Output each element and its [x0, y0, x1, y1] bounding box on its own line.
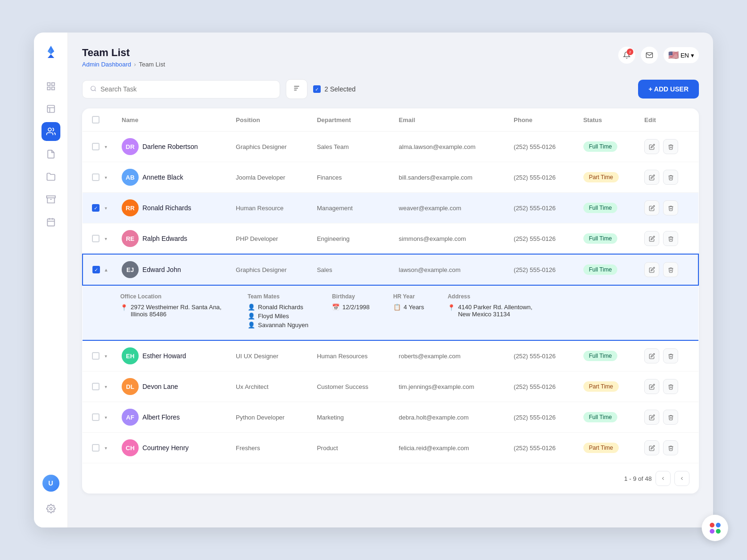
delete-button[interactable]: [663, 200, 678, 215]
table-row: ▾ DR Darlene Robertson Graphics Designer…: [83, 132, 698, 162]
settings-icon[interactable]: [42, 499, 60, 518]
user-phone: (252) 555-0126: [508, 132, 577, 162]
edit-button[interactable]: [644, 231, 659, 246]
sidebar-item-dashboard[interactable]: [42, 77, 60, 96]
edit-button[interactable]: [644, 200, 659, 215]
sidebar-item-layout[interactable]: [42, 99, 60, 118]
delete-button[interactable]: [663, 440, 678, 455]
edit-button[interactable]: [644, 440, 659, 455]
pagination-prev[interactable]: [674, 471, 689, 486]
edit-button[interactable]: [644, 170, 659, 185]
sidebar-item-documents[interactable]: [42, 145, 60, 164]
user-phone: (252) 555-0126: [508, 193, 577, 223]
row-checkbox[interactable]: ✓: [92, 266, 100, 273]
table-row: ✓ ▲ EJ Edward John Graphics Designer Sal…: [83, 254, 698, 285]
edit-button[interactable]: [644, 379, 659, 394]
edit-button[interactable]: [644, 139, 659, 154]
user-email: debra.holt@example.com: [393, 402, 508, 433]
add-user-button[interactable]: + ADD USER: [638, 80, 699, 99]
user-email: felicia.reid@example.com: [393, 433, 508, 463]
expand-button[interactable]: ▾: [101, 382, 110, 391]
user-name: Devon Lane: [142, 383, 178, 390]
edit-button[interactable]: [644, 348, 659, 363]
edit-button[interactable]: [644, 262, 659, 277]
user-name: Edward John: [142, 266, 181, 273]
user-email: lawson@example.com: [393, 254, 508, 285]
sidebar-item-calendar[interactable]: [42, 213, 60, 231]
users-table: Name Position Department Email Phone Sta…: [82, 108, 699, 494]
table-row: ▾ AF Albert Flores Python Developer Mark…: [83, 402, 698, 433]
col-header-email: Email: [393, 108, 508, 132]
sidebar-item-archive[interactable]: [42, 190, 60, 209]
search-icon: [90, 85, 97, 93]
expand-button[interactable]: ▾: [101, 352, 110, 360]
edit-button[interactable]: [644, 410, 659, 425]
user-phone: (252) 555-0126: [508, 254, 577, 285]
user-department: Sales: [311, 254, 393, 285]
expand-button[interactable]: ▾: [101, 173, 110, 181]
row-checkbox[interactable]: [92, 143, 100, 150]
row-checkbox[interactable]: [92, 413, 100, 421]
user-avatar: CH: [122, 439, 139, 456]
delete-button[interactable]: [663, 170, 678, 185]
user-phone: (252) 555-0126: [508, 162, 577, 193]
svg-rect-2: [47, 87, 50, 90]
sidebar-item-users[interactable]: [42, 122, 60, 141]
sidebar-item-folders[interactable]: [42, 167, 60, 186]
delete-button[interactable]: [663, 139, 678, 154]
delete-button[interactable]: [663, 231, 678, 246]
expand-button[interactable]: ▾: [101, 413, 110, 421]
pagination-prev-prev[interactable]: [656, 471, 671, 486]
status-badge: Full Time: [583, 351, 618, 361]
detail-address: Address 📍 4140 Parker Rd. Allentown, New…: [448, 293, 542, 330]
delete-button[interactable]: [663, 410, 678, 425]
search-input[interactable]: [100, 85, 272, 93]
chevron-down-icon: ▾: [691, 52, 694, 59]
language-selector[interactable]: 🇺🇸 EN ▾: [664, 47, 699, 63]
status-badge: Full Time: [583, 141, 618, 152]
svg-rect-1: [51, 83, 54, 86]
table-row: ✓ ▾ RR Ronald Richards Human Resource Ma…: [83, 193, 698, 223]
filter-button[interactable]: [286, 79, 307, 99]
teammate-name: Floyd Miles: [258, 313, 289, 320]
svg-rect-6: [46, 196, 55, 198]
sidebar-user-avatar[interactable]: U: [42, 475, 59, 492]
row-checkbox[interactable]: ✓: [92, 204, 100, 212]
user-name: Annette Black: [142, 173, 183, 181]
user-department: Sales Team: [311, 132, 393, 162]
row-checkbox[interactable]: [92, 383, 100, 390]
row-checkbox[interactable]: [92, 235, 100, 242]
floating-widget[interactable]: [702, 515, 728, 541]
expand-button[interactable]: ▾: [101, 204, 110, 212]
user-name: Darlene Robertson: [142, 143, 198, 150]
user-department: Marketing: [311, 402, 393, 433]
user-email: bill.sanders@example.com: [393, 162, 508, 193]
user-phone: (252) 555-0126: [508, 433, 577, 463]
user-position: Graphics Designer: [230, 254, 311, 285]
delete-button[interactable]: [663, 262, 678, 277]
detail-office-location: Office Location 📍 2972 Westheimer Rd. Sa…: [120, 293, 224, 330]
user-avatar: RE: [122, 230, 139, 247]
svg-line-14: [95, 90, 96, 91]
breadcrumb-parent[interactable]: Admin Dashboard: [82, 61, 131, 68]
row-checkbox[interactable]: [92, 352, 100, 360]
expand-button[interactable]: ▾: [101, 142, 110, 151]
notification-button[interactable]: 2: [618, 47, 635, 64]
delete-button[interactable]: [663, 379, 678, 394]
row-checkbox[interactable]: [92, 444, 100, 452]
user-department: Human Resources: [311, 340, 393, 371]
user-email: alma.lawson@example.com: [393, 132, 508, 162]
user-email: simmons@example.com: [393, 223, 508, 255]
user-position: PHP Developer: [230, 223, 311, 255]
user-avatar: AB: [122, 169, 139, 186]
expand-button[interactable]: ▲: [102, 265, 110, 274]
expand-button[interactable]: ▾: [101, 444, 110, 452]
user-name: Esther Howard: [142, 352, 186, 360]
mail-button[interactable]: [641, 47, 658, 64]
add-user-label: + ADD USER: [648, 85, 689, 93]
row-checkbox[interactable]: [92, 173, 100, 181]
delete-button[interactable]: [663, 348, 678, 363]
expand-button[interactable]: ▾: [101, 234, 110, 243]
select-all-checkbox[interactable]: [92, 116, 100, 124]
breadcrumb-separator: ›: [134, 61, 136, 68]
